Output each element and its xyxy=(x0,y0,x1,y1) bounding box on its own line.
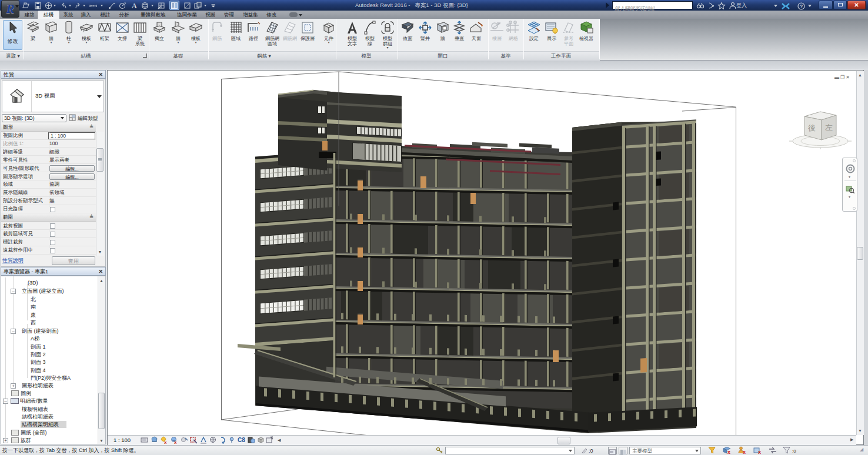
svg-text:x: x xyxy=(758,449,761,454)
svg-text:A: A xyxy=(132,2,137,9)
svg-text:左: 左 xyxy=(825,123,833,132)
svg-text:x: x xyxy=(164,440,167,444)
svg-text:?: ? xyxy=(800,4,803,9)
svg-text:後: 後 xyxy=(807,123,816,132)
svg-text:x: x xyxy=(727,449,730,454)
svg-text::0: :0 xyxy=(589,448,593,454)
svg-text:C8: C8 xyxy=(238,437,245,443)
svg-text:x: x xyxy=(743,449,746,454)
svg-text:x: x xyxy=(174,440,177,444)
